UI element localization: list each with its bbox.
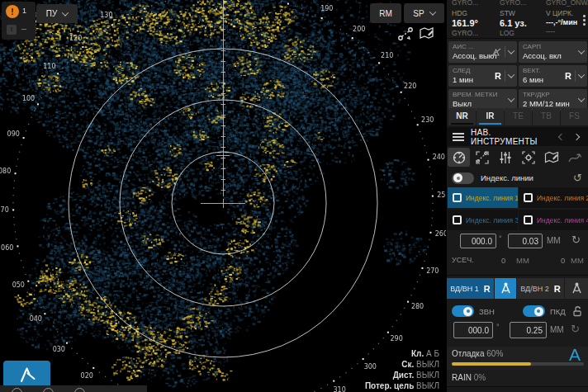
chevron-down-icon [508,95,514,102]
trunc-label: УСЕЧ. [452,256,474,264]
rotate-icon[interactable]: ↻ [571,323,580,335]
rm-label: RM [379,9,392,18]
alarm-mini-icon[interactable]: ! [7,25,17,35]
ebl-vrm-tab-1[interactable]: ВД/ВН 1R [447,278,494,299]
pu-dropdown[interactable]: ПУ [36,4,78,23]
alarm-panel[interactable]: ! 1 ! – [2,2,36,40]
vrm-range-input[interactable] [510,322,547,338]
checkbox[interactable] [524,193,533,202]
status-line: Кл. А Б [365,348,439,359]
trail-dropdown[interactable]: СЛЕД 1 мин R [448,65,517,87]
checkbox[interactable] [453,215,462,224]
index-line-2-row[interactable]: Индекс. линия 2 [519,187,588,208]
sarp-dropdown[interactable]: САРП Ассоц. вкл [519,41,587,63]
chevron-right-icon[interactable] [573,133,580,139]
chevron-down-icon [578,47,585,54]
pointer-select-button[interactable] [3,361,50,388]
mode-button-nr[interactable]: NR [448,108,476,125]
target-status-block: Кл. А Б Ск. ВЫКЛ Дист. ВЫКЛ Потер. цель … [365,348,439,391]
ebl-vrm-1-compass-icon[interactable] [495,278,516,299]
rotate-icon[interactable]: ↻ [571,234,581,246]
sensor-menu-icon[interactable] [583,15,586,27]
rain-value: 0% [474,373,486,382]
ebl-bearing-input[interactable] [453,322,493,338]
status-line: Потер. цель ВЫКЛ [365,380,439,391]
radar-application: ! 1 ! – ПУ RM SP [0,0,588,392]
status-line: Дист. ВЫКЛ [365,370,439,380]
index-line-3-row[interactable]: Индекс. линия 3 [448,210,518,230]
debug-section: Отладка 60% A [447,347,588,370]
index-lines-label: Индекс. линии [481,173,573,182]
chevron-left-icon[interactable] [558,133,565,139]
map-edit-icon[interactable] [419,26,437,43]
ais-dropdown[interactable]: АИС ... Ассоц. выкл [448,41,517,63]
rain-label: RAIN [452,373,472,382]
route-tool-icon[interactable] [397,26,415,43]
chevron-down-icon [508,71,514,78]
alarm-count: 1 [22,7,26,15]
ebl-vrm-tab-2[interactable]: ВД/ВН 2R [517,278,564,299]
target-tool-icon[interactable] [517,148,539,167]
ebl-toggle[interactable] [452,305,474,317]
unlock-icon[interactable] [572,305,582,317]
vector-dropdown[interactable]: ВЕКТ. 6 мин R [519,65,587,87]
mini-toolbar-button[interactable] [12,388,22,392]
distance-unit: ММ [547,236,561,245]
trunc-value-1: 0 [501,256,505,265]
rm-button[interactable]: RM [370,3,401,23]
index-line-bearing-input[interactable] [460,234,496,248]
sliders-tool-icon[interactable] [494,148,516,167]
right-control-panel: GYRO... HDG 161.9° GYRO... GYRO... STW 6… [446,0,588,392]
index-lines-toggle[interactable] [452,172,474,184]
mode-button-tb[interactable]: TB [533,108,560,125]
index-line-4-row[interactable]: Индекс. линия 4 [519,210,588,230]
debug-label: Отладка [452,349,485,358]
trunc-unit-1: ММ [516,256,529,265]
menu-icon[interactable] [453,131,464,143]
degree-unit: ° [496,323,500,331]
debug-slider-fill [452,362,531,366]
checkbox[interactable] [453,193,462,202]
rain-section: RAIN 0% [447,370,588,386]
sensor-rot: GYRO_ONWA V ЦИРК. ---,-°/мин ---- [546,0,586,35]
nav-instruments-header: НАВ. ИНСТРУМЕНТЫ [447,127,588,146]
chevron-down-icon [62,9,69,16]
curve-tool-icon[interactable] [563,148,586,167]
debug-slider[interactable] [452,362,584,366]
mode-button-fs[interactable]: FS [561,108,588,125]
checkbox[interactable] [524,215,533,224]
chevron-down-icon [578,95,585,102]
erbl-tool-icon[interactable] [448,148,470,167]
relative-mode-label: R [565,71,571,81]
radar-ppi-canvas[interactable] [0,0,446,392]
alarm-minimize-button[interactable]: – [21,23,26,33]
mini-toolbar-button[interactable] [43,388,54,392]
mode-button-te[interactable]: TE [505,108,532,125]
map-tool-icon[interactable] [540,148,562,167]
relative-mode-label: R [495,71,501,81]
alarm-warning-icon[interactable]: ! [6,5,19,18]
mini-toolbar-button[interactable] [74,388,85,392]
pu-label: ПУ [46,9,58,18]
nav-instruments-title: НАВ. ИНСТРУМЕНТЫ [471,128,559,146]
radar-display-area[interactable]: ! 1 ! – ПУ RM SP [0,0,446,392]
sp-dropdown[interactable]: SP [404,3,444,23]
range-unit: ММ [550,325,564,334]
pointer-cursor-icon [17,366,38,384]
vrm-toggle[interactable] [523,305,545,317]
route-tool-icon[interactable] [471,148,493,167]
bottom-mini-toolbar[interactable] [0,385,147,392]
ebl-vrm-toggle-row: ЗВН ПКД [447,302,588,320]
sensor-readouts: GYRO... HDG 161.9° GYRO... GYRO... STW 6… [447,0,588,38]
index-lines-master-row: Индекс. линии ↺ [447,169,588,187]
index-line-1-row[interactable]: Индекс. линия 1 [448,187,518,208]
status-line: Ск. ВЫКЛ [365,359,439,370]
index-line-distance-input[interactable] [508,234,543,248]
chevron-down-icon [508,47,514,54]
chevron-down-icon [578,71,585,78]
mode-button-ir[interactable]: IR [477,108,504,125]
reset-icon[interactable]: ↺ [573,172,582,184]
sp-label: SP [413,9,424,18]
ebl-vrm-2-compass-icon[interactable] [565,278,588,299]
nav-tools-toolbar [447,147,588,168]
